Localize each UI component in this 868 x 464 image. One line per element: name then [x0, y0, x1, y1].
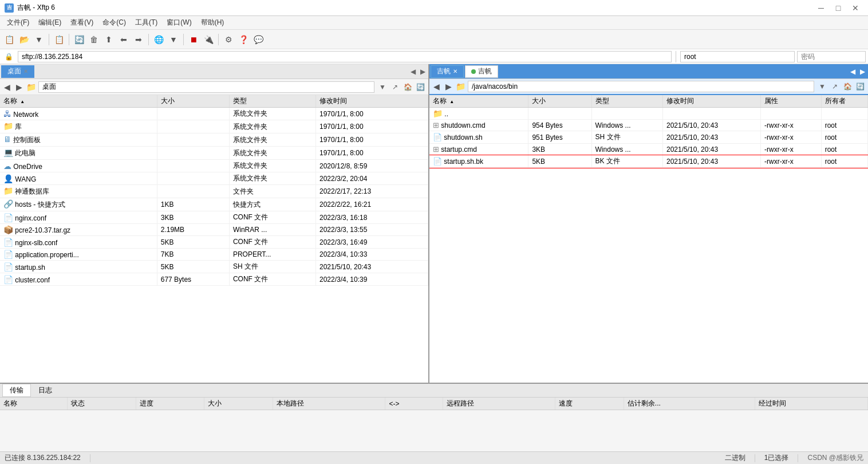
- col-date[interactable]: 修改时间: [315, 95, 428, 108]
- list-item[interactable]: ☁ OneDrive 系统文件夹 2020/12/8, 8:59: [0, 160, 428, 172]
- tcol-size[interactable]: 大小: [204, 398, 273, 410]
- right-forward-btn[interactable]: ▶: [444, 82, 453, 91]
- tb-new-session[interactable]: 📋: [2, 33, 16, 46]
- tb-copy[interactable]: 📋: [52, 33, 66, 46]
- right-path-input[interactable]: [468, 81, 814, 92]
- right-path-sync[interactable]: 🔄: [854, 81, 866, 92]
- list-item[interactable]: 📄 application.properti... 7KB PROPERT...…: [0, 249, 428, 261]
- tcol-speed[interactable]: 速度: [555, 398, 624, 410]
- rfile-owner: root: [821, 120, 867, 131]
- menu-view[interactable]: 查看(V): [66, 17, 98, 29]
- table-row[interactable]: ⊞ shutdown.cmd 954 Bytes Windows ... 202…: [429, 120, 868, 131]
- menu-file[interactable]: 文件(F): [2, 17, 34, 29]
- menu-command[interactable]: 命令(C): [98, 17, 131, 29]
- tb-disconnect[interactable]: ⏹: [187, 33, 200, 46]
- address-input[interactable]: [18, 51, 672, 62]
- left-tab-prev[interactable]: ◀: [409, 68, 417, 76]
- right-path-refresh-btn[interactable]: ↗: [829, 81, 841, 92]
- transfer-tab-log[interactable]: 日志: [31, 384, 60, 397]
- list-item[interactable]: 📄 cluster.conf 677 Bytes CONF 文件 2022/3/…: [0, 273, 428, 286]
- tb-refresh[interactable]: 🔄: [72, 33, 86, 46]
- transfer-tab-transfer[interactable]: 传输: [2, 384, 31, 397]
- left-forward-btn[interactable]: ▶: [14, 82, 24, 92]
- right-tab-1[interactable]: 吉帆 ✕: [431, 65, 464, 78]
- right-tab-1-close[interactable]: ✕: [453, 68, 457, 74]
- table-row[interactable]: 📄 startup.sh.bk 5KB BK 文件 2021/5/10, 20:…: [429, 155, 868, 168]
- list-item[interactable]: 📦 pcre2-10.37.tar.gz 2.19MB WinRAR ... 2…: [0, 224, 428, 236]
- tb-help[interactable]: ❓: [236, 33, 250, 46]
- list-item[interactable]: 💻 此电脑 系统文件夹 1970/1/1, 8:00: [0, 147, 428, 160]
- list-item[interactable]: 📄 nginx.conf 3KB CONF 文件 2022/3/3, 16:18: [0, 211, 428, 224]
- tb-transfer-left[interactable]: ⬅: [117, 33, 131, 46]
- pass-input[interactable]: [797, 51, 866, 62]
- right-back-btn[interactable]: ◀: [432, 82, 441, 91]
- menu-window[interactable]: 窗口(W): [162, 17, 196, 29]
- encoding-status: 二进制: [725, 453, 745, 463]
- table-row[interactable]: ⊞ startup.cmd 3KB Windows ... 2021/5/10,…: [429, 144, 868, 155]
- tcol-progress[interactable]: 进度: [136, 398, 204, 410]
- right-tab-prev[interactable]: ◀: [849, 68, 857, 76]
- minimize-button[interactable]: ─: [813, 2, 829, 14]
- close-button[interactable]: ✕: [847, 2, 863, 14]
- tb-dropdown2[interactable]: ▼: [167, 33, 180, 46]
- list-item[interactable]: 🔗 hosts - 快捷方式 1KB 快捷方式 2022/2/22, 16:21: [0, 198, 428, 211]
- left-back-btn[interactable]: ◀: [2, 82, 12, 92]
- maximize-button[interactable]: □: [830, 2, 846, 14]
- file-size: [157, 185, 229, 198]
- left-tab-next[interactable]: ▶: [419, 68, 427, 76]
- list-item[interactable]: 👤 WANG 系统文件夹 2022/3/2, 20:04: [0, 172, 428, 185]
- tb-upload[interactable]: ⬆: [102, 33, 116, 46]
- tb-transfer-right[interactable]: ➡: [132, 33, 145, 46]
- menu-edit[interactable]: 编辑(E): [34, 17, 66, 29]
- left-tab-desktop[interactable]: 桌面 ✕: [1, 65, 34, 78]
- list-item[interactable]: 📄 startup.sh 5KB SH 文件 2021/5/10, 20:43: [0, 261, 428, 273]
- user-input[interactable]: [680, 51, 795, 62]
- list-item[interactable]: 🖧 Network 系统文件夹 1970/1/1, 8:00: [0, 108, 428, 120]
- tcol-elapsed[interactable]: 经过时间: [755, 398, 868, 410]
- tcol-remote[interactable]: 远程路径: [443, 398, 555, 410]
- left-path-dropdown[interactable]: ▼: [377, 81, 388, 93]
- tcol-name[interactable]: 名称: [0, 398, 68, 410]
- left-path-sync[interactable]: 🏠: [402, 81, 413, 93]
- tb-settings[interactable]: ⚙: [222, 33, 235, 46]
- left-path-input[interactable]: [38, 81, 374, 93]
- left-tab-close[interactable]: ✕: [23, 68, 28, 74]
- right-tab-nav: ◀ ▶: [849, 68, 867, 76]
- tcol-remaining[interactable]: 估计剩余...: [624, 398, 755, 410]
- table-row[interactable]: 📁 ..: [429, 108, 868, 120]
- rcol-date[interactable]: 修改时间: [663, 95, 761, 108]
- list-item[interactable]: 📁 神通数据库 文件夹 2022/2/17, 22:13: [0, 185, 428, 198]
- left-path-refresh-btn[interactable]: ↗: [389, 81, 401, 93]
- right-path-dropdown[interactable]: ▼: [816, 81, 828, 92]
- tb-globe[interactable]: 🌐: [152, 33, 165, 46]
- right-tab-next[interactable]: ▶: [858, 68, 867, 76]
- col-name[interactable]: 名称 ▲: [0, 95, 157, 108]
- left-file-list[interactable]: 名称 ▲ 大小 类型 修改时间 🖧 Network 系统文件夹 1970/1/1…: [0, 95, 428, 383]
- tb-connect[interactable]: 🔌: [202, 33, 215, 46]
- rcol-owner[interactable]: 所有者: [821, 95, 867, 108]
- file-date: 2022/3/2, 20:04: [315, 172, 428, 185]
- menu-tools[interactable]: 工具(T): [131, 17, 162, 29]
- col-type[interactable]: 类型: [229, 95, 315, 108]
- tb-dropdown[interactable]: ▼: [32, 33, 46, 46]
- tcol-status[interactable]: 状态: [68, 398, 136, 410]
- right-file-list[interactable]: 名称 ▲ 大小 类型 修改时间 属性 所有者 📁 .. ⊞ shutdown.c…: [429, 95, 868, 383]
- rcol-perm[interactable]: 属性: [761, 95, 822, 108]
- list-item[interactable]: 📁 库 系统文件夹 1970/1/1, 8:00: [0, 120, 428, 133]
- rcol-size[interactable]: 大小: [528, 95, 591, 108]
- tcol-local[interactable]: 本地路径: [273, 398, 385, 410]
- menu-help[interactable]: 帮助(H): [196, 17, 229, 29]
- tb-open[interactable]: 📂: [17, 33, 31, 46]
- tb-delete[interactable]: 🗑: [87, 33, 101, 46]
- left-path-up[interactable]: 🔄: [415, 81, 426, 93]
- list-item[interactable]: 🖥 控制面板 系统文件夹 1970/1/1, 8:00: [0, 133, 428, 147]
- right-tab-2[interactable]: 吉帆: [465, 65, 498, 78]
- tb-info[interactable]: 💬: [251, 33, 265, 46]
- rcol-type[interactable]: 类型: [591, 95, 662, 108]
- list-item[interactable]: 📄 nginx-slb.conf 5KB CONF 文件 2022/3/3, 1…: [0, 236, 428, 249]
- table-row[interactable]: 📄 shutdown.sh 951 Bytes SH 文件 2021/5/10,…: [429, 131, 868, 144]
- rfile-type: [591, 108, 662, 120]
- rcol-name[interactable]: 名称 ▲: [429, 95, 528, 108]
- right-path-home[interactable]: 🏠: [842, 81, 853, 92]
- col-size[interactable]: 大小: [157, 95, 229, 108]
